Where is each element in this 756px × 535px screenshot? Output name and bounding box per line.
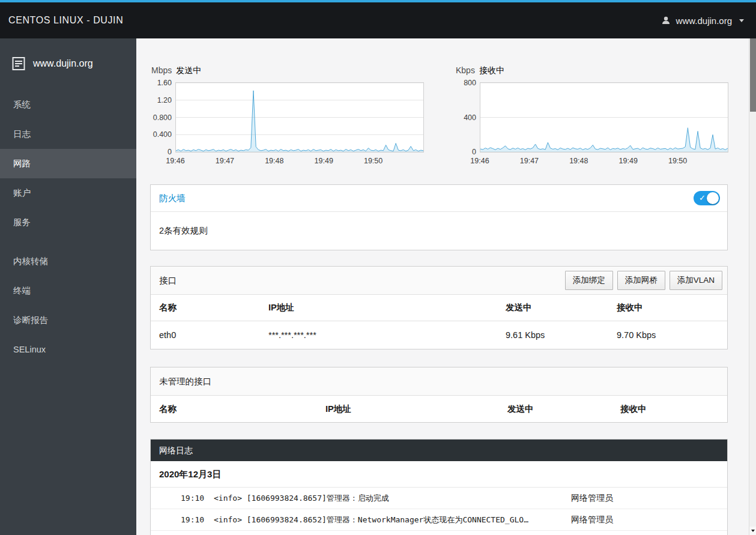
y-tick-label: 0.800 xyxy=(153,113,172,122)
main-content: Mbps发送中 1.601.200.8000.4000 19:4619:4719… xyxy=(136,38,749,535)
series-line xyxy=(480,128,728,150)
column-receiving: 接收中 xyxy=(617,302,643,313)
network-logs-panel: 网络日志 2020年12月3日 19:10 <info> [1606993824… xyxy=(150,439,728,535)
y-tick-label: 0 xyxy=(168,148,172,156)
x-tick-label: 19:50 xyxy=(364,157,383,165)
log-source: 网络管理员 xyxy=(571,515,613,525)
interface-receiving: 9.70 Kbps xyxy=(617,330,656,340)
column-sending: 发送中 xyxy=(507,404,620,415)
sidebar-group-tools: 内核转储 终端 诊断报告 SELinux xyxy=(0,247,136,364)
log-entry-row[interactable]: 19:10 <info> [1606993824.8657]管理器：启动完成 网… xyxy=(151,488,727,509)
interface-sending: 9.61 Kbps xyxy=(506,330,617,340)
x-tick-label: 19:47 xyxy=(520,157,539,165)
firewall-link[interactable]: 防火墙 xyxy=(159,193,186,204)
chart-plot-area xyxy=(480,82,728,153)
y-tick-label: 800 xyxy=(464,79,476,87)
chart-unit-label: Mbps xyxy=(151,65,172,75)
user-icon xyxy=(661,16,671,25)
chart-y-axis: 1.601.200.8000.4000 xyxy=(151,83,172,152)
log-message: <info> [1606993824.8652]管理器：NetworkManag… xyxy=(214,515,565,525)
chart-receiving-title: Kbps接收中 xyxy=(456,65,504,76)
x-tick-label: 19:47 xyxy=(216,157,234,165)
column-ip: IP地址 xyxy=(325,404,507,415)
y-tick-label: 1.20 xyxy=(157,96,172,104)
host-icon xyxy=(12,56,25,71)
x-tick-label: 19:46 xyxy=(166,157,184,165)
interface-ip: ***.***.***.*** xyxy=(268,330,506,340)
sidebar-item-logs[interactable]: 日志 xyxy=(0,119,136,149)
log-message: <info> [1606993824.8657]管理器：启动完成 xyxy=(214,493,565,504)
sidebar-item-system[interactable]: 系统 xyxy=(0,90,136,119)
add-vlan-button[interactable]: 添加VLAN xyxy=(670,271,722,290)
series-line xyxy=(176,91,423,151)
interface-row[interactable]: eth0 ***.***.***.*** 9.61 Kbps 9.70 Kbps xyxy=(151,321,727,349)
column-name: 名称 xyxy=(159,404,325,415)
column-name: 名称 xyxy=(159,302,268,313)
chart-sending: Mbps发送中 1.601.200.8000.4000 19:4619:4719… xyxy=(151,65,434,168)
chart-x-axis: 19:4619:4719:4819:4919:50 xyxy=(480,157,728,166)
y-tick-label: 1.60 xyxy=(157,79,172,87)
x-tick-label: 19:48 xyxy=(569,157,588,165)
interfaces-table-header: 名称 IP地址 发送中 接收中 xyxy=(151,295,727,321)
x-tick-label: 19:50 xyxy=(668,157,687,165)
brand-title: CENTOS LINUX - DUJIN xyxy=(8,15,123,26)
host-label: www.dujin.org xyxy=(0,38,136,85)
sidebar-item-selinux[interactable]: SELinux xyxy=(0,335,136,364)
unmanaged-table-header: 名称 IP地址 发送中 接收中 xyxy=(151,396,727,422)
chart-y-axis: 8004000 xyxy=(456,83,476,152)
firewall-panel-header: 防火墙 ✓ xyxy=(151,185,727,212)
sidebar: www.dujin.org 系统 日志 网路 账户 服务 内核转储 终端 诊断报… xyxy=(0,38,136,535)
unmanaged-title: 未管理的接口 xyxy=(159,376,211,387)
toggle-knob xyxy=(707,192,719,204)
add-bond-button[interactable]: 添加绑定 xyxy=(565,271,613,290)
sidebar-item-diagnostic[interactable]: 诊断报告 xyxy=(0,306,136,335)
interface-name: eth0 xyxy=(159,330,268,340)
chevron-down-icon xyxy=(739,19,744,22)
sidebar-item-services[interactable]: 服务 xyxy=(0,208,136,237)
interfaces-panel: 接口 添加绑定 添加网桥 添加VLAN 名称 IP地址 发送中 接收中 eth0… xyxy=(150,266,728,349)
firewall-panel: 防火墙 ✓ 2条有效规则 xyxy=(150,184,728,250)
log-source: 网络管理员 xyxy=(571,493,613,504)
x-tick-label: 19:48 xyxy=(265,157,283,165)
firewall-rules-summary: 2条有效规则 xyxy=(151,212,727,250)
chart-plot-area xyxy=(175,82,424,153)
scrollbar[interactable] xyxy=(749,38,756,535)
unmanaged-interfaces-panel: 未管理的接口 名称 IP地址 发送中 接收中 xyxy=(150,367,728,423)
sidebar-item-network[interactable]: 网路 xyxy=(0,149,136,178)
series-area xyxy=(176,91,423,152)
column-ip: IP地址 xyxy=(268,302,506,313)
chart-name-label: 发送中 xyxy=(176,65,201,75)
y-tick-label: 400 xyxy=(464,113,476,122)
interfaces-title: 接口 xyxy=(159,275,177,286)
y-tick-label: 0.400 xyxy=(153,130,172,139)
chart-name-label: 接收中 xyxy=(479,65,504,75)
chart-receiving: Kbps接收中 8004000 19:4619:4719:4819:4919:5… xyxy=(456,65,738,168)
sidebar-item-terminal[interactable]: 终端 xyxy=(0,276,136,306)
chart-x-axis: 19:4619:4719:4819:4919:50 xyxy=(175,157,424,166)
x-tick-label: 19:46 xyxy=(470,157,489,165)
arrow-down-icon xyxy=(751,530,755,532)
y-tick-label: 0 xyxy=(472,148,476,156)
unmanaged-panel-header: 未管理的接口 xyxy=(151,367,727,396)
user-menu-label: www.dujin.org xyxy=(676,16,732,26)
sidebar-item-accounts[interactable]: 账户 xyxy=(0,178,136,208)
user-menu[interactable]: www.dujin.org xyxy=(661,16,744,26)
topbar: CENTOS LINUX - DUJIN www.dujin.org xyxy=(0,2,756,38)
sidebar-item-kdump[interactable]: 内核转储 xyxy=(0,247,136,276)
firewall-toggle[interactable]: ✓ xyxy=(694,191,720,205)
network-logs-title: 网络日志 xyxy=(151,440,727,461)
column-receiving: 接收中 xyxy=(620,404,647,415)
chart-sending-title: Mbps发送中 xyxy=(151,65,201,76)
log-entry-row[interactable]: 19:10 <info> [1606993824.8652]管理器：Networ… xyxy=(151,509,727,531)
sidebar-group-main: 系统 日志 网路 账户 服务 xyxy=(0,90,136,237)
x-tick-label: 19:49 xyxy=(619,157,638,165)
accent-strip xyxy=(0,0,756,2)
host-name: www.dujin.org xyxy=(33,58,93,69)
log-time: 19:10 xyxy=(181,494,214,503)
scrollbar-thumb[interactable] xyxy=(750,38,756,112)
add-bridge-button[interactable]: 添加网桥 xyxy=(617,271,665,290)
log-date-heading: 2020年12月3日 xyxy=(151,461,727,488)
chart-unit-label: Kbps xyxy=(456,65,475,75)
scrollbar-down-button[interactable] xyxy=(749,527,756,535)
column-sending: 发送中 xyxy=(506,302,617,313)
